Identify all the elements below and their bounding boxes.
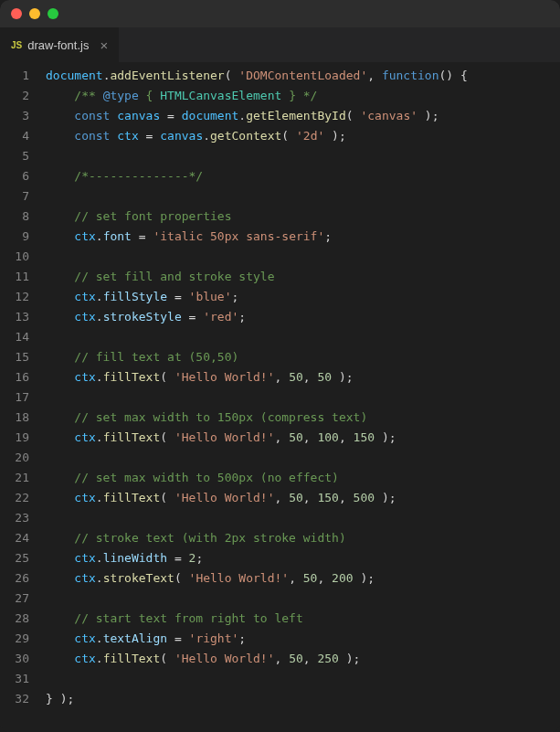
close-window-icon[interactable] xyxy=(11,8,22,19)
code-token: 'blue' xyxy=(189,290,232,303)
code-token: , xyxy=(274,491,289,504)
code-token xyxy=(46,491,74,504)
code-line[interactable]: ctx.fillText( 'Hello World!', 50, 150, 5… xyxy=(46,488,560,508)
code-token: canvas xyxy=(117,109,160,122)
code-line[interactable]: ctx.fillText( 'Hello World!', 50, 250 ); xyxy=(46,649,560,669)
line-number: 9 xyxy=(0,227,29,247)
code-line[interactable]: /** @type { HTMLCanvasElement } */ xyxy=(46,86,560,106)
code-token xyxy=(46,652,74,665)
code-token: fillText xyxy=(103,491,161,504)
code-line[interactable]: ctx.strokeStyle = 'red'; xyxy=(46,307,560,327)
code-token: , xyxy=(303,370,318,384)
code-token: , xyxy=(303,491,318,504)
code-token: canvas xyxy=(160,129,203,143)
code-token: lineWidth xyxy=(103,551,167,565)
code-token: ); xyxy=(332,370,353,384)
code-token: ); xyxy=(417,109,438,122)
code-token: 'Hello World!' xyxy=(174,652,275,665)
code-token: fillText xyxy=(103,370,161,384)
code-line[interactable]: ctx.fillStyle = 'blue'; xyxy=(46,287,560,307)
code-line[interactable]: ctx.font = 'italic 50px sans-serif'; xyxy=(46,227,560,247)
code-line[interactable] xyxy=(46,448,560,468)
minimize-window-icon[interactable] xyxy=(29,8,40,19)
code-token: . xyxy=(96,631,103,645)
tab-draw-font-js[interactable]: JS draw-font.js × xyxy=(0,27,120,62)
code-token: = xyxy=(182,310,203,324)
code-line[interactable]: const canvas = document.getElementById( … xyxy=(46,106,560,126)
code-token: 'Hello World!' xyxy=(174,491,275,504)
line-number: 17 xyxy=(0,387,29,408)
code-token: ( xyxy=(160,370,174,384)
code-token: ctx xyxy=(74,229,95,243)
code-token: fillText xyxy=(103,430,161,444)
code-token: } ); xyxy=(46,692,74,705)
window-titlebar[interactable] xyxy=(0,0,560,27)
code-token: @type xyxy=(103,89,139,102)
code-line[interactable] xyxy=(46,669,560,689)
code-line[interactable]: // set max width to 150px (compress text… xyxy=(46,408,560,428)
line-number: 13 xyxy=(0,307,29,327)
code-token: . xyxy=(238,109,246,122)
code-token: . xyxy=(96,430,103,444)
js-file-icon: JS xyxy=(11,40,22,50)
code-token: ctx xyxy=(117,129,138,143)
code-token xyxy=(46,350,74,364)
code-token: ; xyxy=(238,631,246,645)
code-token: () { xyxy=(439,69,468,82)
code-token: 'Hello World!' xyxy=(189,571,290,585)
tab-close-icon[interactable]: × xyxy=(100,38,108,52)
code-line[interactable]: // fill text at (50,50) xyxy=(46,347,560,367)
code-token: // start text from right to left xyxy=(74,611,302,625)
code-token: , xyxy=(367,69,382,82)
code-token xyxy=(46,370,74,384)
code-token: , xyxy=(274,370,289,384)
code-token xyxy=(46,109,74,122)
code-line[interactable]: const ctx = canvas.getContext( '2d' ); xyxy=(46,126,560,146)
line-number: 11 xyxy=(0,267,29,287)
code-line[interactable]: ctx.strokeText( 'Hello World!', 50, 200 … xyxy=(46,568,560,589)
code-line[interactable]: ctx.lineWidth = 2; xyxy=(46,548,560,568)
code-line[interactable] xyxy=(46,247,560,267)
line-number: 10 xyxy=(0,247,29,267)
code-line[interactable]: } ); xyxy=(46,689,560,709)
line-number: 5 xyxy=(0,146,29,166)
code-line[interactable]: // stroke text (with 2px stroke width) xyxy=(46,528,560,548)
code-token: = xyxy=(167,290,188,303)
code-editor[interactable]: 1234567891011121314151617181920212223242… xyxy=(0,62,560,732)
code-token: // stroke text (with 2px stroke width) xyxy=(74,531,345,545)
line-number: 7 xyxy=(0,186,29,207)
code-line[interactable]: ctx.fillText( 'Hello World!', 50, 50 ); xyxy=(46,367,560,387)
code-line[interactable] xyxy=(46,589,560,609)
code-token: 150 xyxy=(317,491,338,504)
code-line[interactable] xyxy=(46,508,560,528)
line-number-gutter: 1234567891011121314151617181920212223242… xyxy=(0,66,46,732)
code-content[interactable]: document.addEventListener( 'DOMContentLo… xyxy=(46,66,560,732)
line-number: 18 xyxy=(0,408,29,428)
code-token: ( xyxy=(281,129,296,143)
code-token: ); xyxy=(375,491,396,504)
code-token xyxy=(46,229,74,243)
code-line[interactable] xyxy=(46,327,560,347)
code-token xyxy=(46,551,74,565)
code-token xyxy=(46,611,74,625)
code-token: , xyxy=(339,491,354,504)
code-token: . xyxy=(96,571,103,585)
line-number: 32 xyxy=(0,689,29,709)
code-line[interactable]: document.addEventListener( 'DOMContentLo… xyxy=(46,66,560,86)
code-line[interactable] xyxy=(46,186,560,207)
code-token: = xyxy=(132,229,153,243)
code-line[interactable]: ctx.textAlign = 'right'; xyxy=(46,629,560,649)
code-line[interactable] xyxy=(46,146,560,166)
code-token: */ xyxy=(296,89,317,102)
code-line[interactable]: // start text from right to left xyxy=(46,609,560,629)
code-line[interactable]: // set max width to 500px (no effect) xyxy=(46,468,560,488)
code-line[interactable] xyxy=(46,387,560,408)
code-token xyxy=(46,310,74,324)
code-line[interactable]: /*--------------*/ xyxy=(46,166,560,186)
code-line[interactable]: // set font properties xyxy=(46,207,560,227)
maximize-window-icon[interactable] xyxy=(48,8,58,19)
code-line[interactable]: // set fill and stroke style xyxy=(46,267,560,287)
code-line[interactable]: ctx.fillText( 'Hello World!', 50, 100, 1… xyxy=(46,428,560,448)
code-token: = xyxy=(160,109,181,122)
code-token: addEventListener xyxy=(110,69,224,82)
